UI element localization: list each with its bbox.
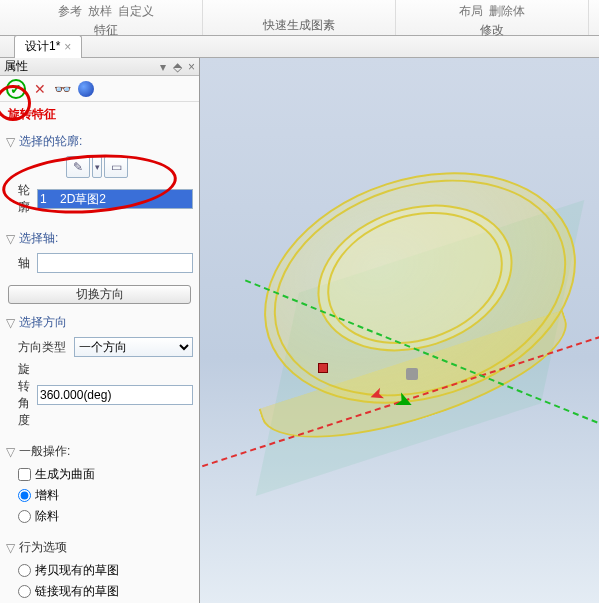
section-header-general[interactable]: ▽一般操作:: [6, 439, 193, 464]
ribbon-group-label: 快速生成图素: [203, 17, 395, 34]
link-sketch-label: 链接现有的草图: [35, 583, 119, 600]
panel-title: 属性: [4, 58, 28, 75]
surface-label: 生成为曲面: [35, 466, 95, 483]
profile-input[interactable]: [37, 189, 193, 209]
sketch-tool-button[interactable]: ✎: [66, 156, 90, 178]
flip-direction-button[interactable]: 切换方向: [8, 285, 191, 304]
remove-material-label: 除料: [35, 508, 59, 525]
add-material-label: 增料: [35, 487, 59, 504]
origin-gizmo[interactable]: [318, 363, 328, 373]
feature-title: 旋转特征: [0, 102, 199, 127]
sphere-icon[interactable]: [78, 81, 94, 97]
cancel-icon[interactable]: ✕: [34, 81, 46, 97]
ribbon-item[interactable]: 删除体: [489, 3, 525, 20]
direction-type-select[interactable]: 一个方向: [74, 337, 193, 357]
3d-viewport[interactable]: ➤ ➤: [200, 58, 599, 603]
profile-select-button[interactable]: ▭: [104, 156, 128, 178]
ribbon-item[interactable]: 布局: [459, 3, 483, 20]
ribbon-group-modify: 布局 删除体 修改: [396, 0, 589, 35]
remove-material-radio[interactable]: [18, 510, 31, 523]
link-sketch-radio[interactable]: [18, 585, 31, 598]
properties-panel: 属性 ▾ ⬘ × ✓ ✕ 👓 旋转特征 ▽选择的轮廓: ✎ ▾ ▭ 轮廓: [0, 58, 200, 603]
close-icon[interactable]: ×: [64, 40, 71, 54]
ribbon-item[interactable]: 放样: [88, 3, 112, 20]
document-tab[interactable]: 设计1* ×: [14, 35, 82, 58]
document-tab-bar: 设计1* ×: [0, 36, 599, 58]
direction-type-label: 方向类型: [18, 339, 68, 356]
ribbon: 参考 放样 自定义 特征 快速生成图素 布局 删除体 修改: [0, 0, 599, 36]
copy-sketch-radio[interactable]: [18, 564, 31, 577]
ribbon-item[interactable]: 自定义: [118, 3, 154, 20]
ribbon-item[interactable]: 参考: [58, 3, 82, 20]
copy-sketch-label: 拷贝现有的草图: [35, 562, 119, 579]
add-material-radio[interactable]: [18, 489, 31, 502]
lock-icon[interactable]: [406, 368, 418, 380]
axis-input[interactable]: [37, 253, 193, 273]
section-header-axis[interactable]: ▽选择轴:: [6, 226, 193, 251]
ribbon-group-feature: 参考 放样 自定义 特征: [10, 0, 203, 35]
profile-label: 轮廓: [18, 182, 31, 216]
section-header-profile[interactable]: ▽选择的轮廓:: [6, 129, 193, 154]
surface-checkbox[interactable]: [18, 468, 31, 481]
sketch-tool-dropdown[interactable]: ▾: [92, 156, 102, 178]
angle-label: 旋转角度: [18, 361, 31, 429]
feature-action-row: ✓ ✕ 👓: [0, 76, 199, 102]
tab-title: 设计1*: [25, 38, 60, 55]
axis-label: 轴: [18, 255, 31, 272]
panel-header: 属性 ▾ ⬘ ×: [0, 58, 199, 76]
section-header-direction[interactable]: ▽选择方向: [6, 310, 193, 335]
panel-menu-icon[interactable]: ▾: [160, 60, 166, 74]
confirm-icon[interactable]: ✓: [6, 79, 26, 99]
ribbon-group-quickgen: 快速生成图素: [203, 0, 396, 35]
ribbon-group-label: 修改: [396, 22, 588, 39]
origin-cube-icon: [318, 363, 328, 373]
angle-input[interactable]: [37, 385, 193, 405]
section-header-behavior[interactable]: ▽行为选项: [6, 535, 193, 560]
pin-icon[interactable]: ⬘: [173, 60, 182, 74]
close-icon[interactable]: ×: [188, 60, 195, 74]
preview-icon[interactable]: 👓: [54, 81, 70, 97]
